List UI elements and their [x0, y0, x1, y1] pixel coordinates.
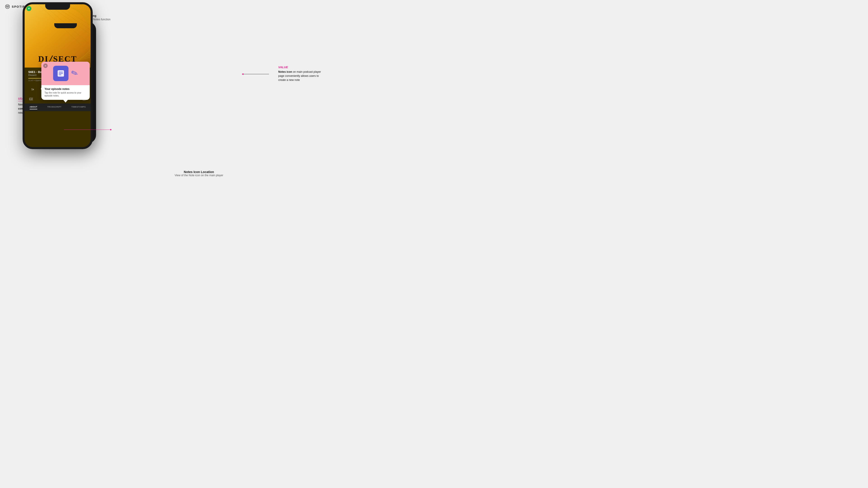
phone-notch [54, 23, 77, 28]
speed-control-large[interactable]: 1x [31, 88, 34, 91]
tab-transcript[interactable]: TRANSCRIPT [47, 106, 61, 109]
popup-close-button[interactable]: ✕ [43, 64, 48, 68]
spotify-logo-icon [5, 4, 10, 9]
spotify-badge-large [26, 6, 31, 11]
svg-rect-46 [30, 98, 32, 100]
popup-subtitle: Tap the note for quick access to your ep… [44, 91, 87, 97]
value-text-bold: Notes icon [278, 70, 292, 73]
notes-icon-large [53, 66, 68, 81]
cast-icon[interactable] [29, 97, 33, 102]
tab-about[interactable]: ABOUT [30, 106, 37, 109]
album-art-large: DI╱SECT [25, 4, 91, 68]
svg-point-53 [242, 73, 244, 75]
popup-text-area: Your episode notes Tap the note for quic… [41, 85, 90, 100]
player-tabs: ABOUT TRANSCRIPT TIMESTAMPS [25, 103, 91, 111]
svg-point-51 [110, 129, 112, 130]
notes-location-caption: Notes Icon Location View of the Note ico… [140, 170, 258, 177]
right-phone-power-button [91, 31, 91, 43]
value-text: Notes icon on main podcast player page c… [278, 70, 322, 82]
notes-location-subtitle: View of the Note icon on the main player [140, 174, 258, 177]
episode-notes-popup: ✕ ✎ Your episod [41, 62, 90, 103]
popup-icon-area: ✕ ✎ [41, 62, 90, 85]
pencil-icon: ✎ [70, 68, 80, 79]
phone-notch-large [45, 4, 70, 10]
notes-location-title: Notes Icon Location [140, 170, 258, 174]
annotation-value: VALUE Notes icon on main podcast player … [278, 66, 322, 82]
popup-card: ✕ ✎ Your episod [41, 62, 90, 100]
popup-tail [63, 100, 68, 103]
tab-timestamps[interactable]: TIMESTAMPS [71, 106, 86, 109]
popup-title: Your episode notes [44, 88, 87, 91]
value-label: VALUE [278, 66, 322, 69]
phone-power-button [94, 51, 95, 62]
